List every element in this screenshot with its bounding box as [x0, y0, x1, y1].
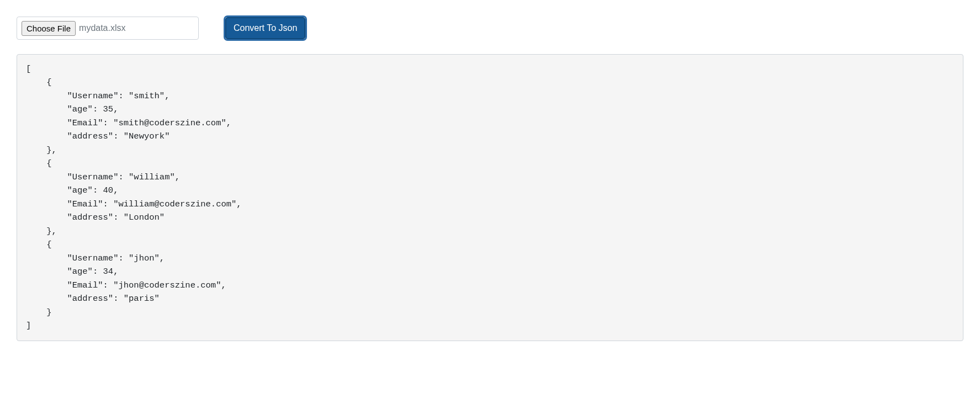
json-output: [ { "Username": "smith", "age": 35, "Ema… — [17, 54, 963, 341]
choose-file-button[interactable]: Choose File — [22, 21, 76, 36]
toolbar: Choose File mydata.xlsx Convert To Json — [17, 17, 963, 40]
convert-to-json-button[interactable]: Convert To Json — [225, 17, 305, 40]
file-input-wrapper[interactable]: Choose File mydata.xlsx — [17, 17, 199, 40]
selected-file-name: mydata.xlsx — [79, 23, 125, 33]
